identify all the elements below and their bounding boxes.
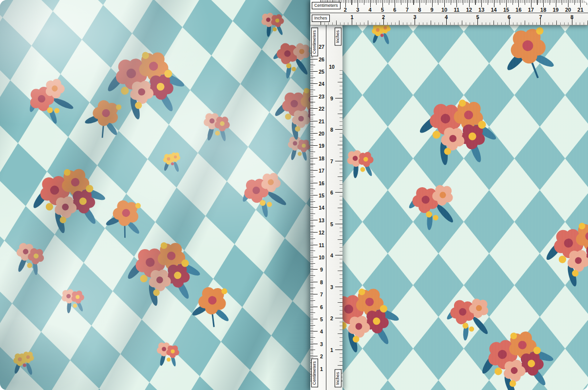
horizontal-inches-label: Inches — [312, 15, 330, 22]
ruler-number: 13 — [478, 7, 484, 13]
horizontal-ruler-divider — [310, 13, 588, 13]
ruler-number: 16 — [515, 7, 521, 13]
vertical-ruler-divider — [326, 0, 326, 390]
vertical-inches-label-top: Inches — [335, 28, 341, 46]
ruler-number: 12 — [319, 230, 324, 235]
ruler-number: 2 — [330, 315, 333, 321]
ruler-number: 7 — [320, 292, 323, 297]
ruler-number: 21 — [319, 118, 324, 124]
horizontal-inch-ticks — [321, 18, 588, 25]
ruler-number: 3 — [330, 284, 333, 290]
ruler-number: 20 — [319, 131, 324, 136]
ruler-number: 14 — [319, 205, 324, 211]
ruler-number: 4 — [445, 14, 448, 20]
ruler-number: 23 — [319, 94, 324, 99]
fabric-draped-section — [0, 0, 312, 390]
ruler-number: 5 — [320, 316, 323, 322]
ruler-number: 9 — [320, 267, 323, 273]
ruler-number: 25 — [319, 69, 324, 75]
ruler-number: 6 — [393, 7, 396, 13]
ruler-number: 27 — [319, 44, 324, 50]
ruler-number: 4 — [320, 329, 323, 334]
ruler-number: 5 — [381, 7, 384, 13]
ruler-number: 2 — [382, 14, 385, 20]
ruler-number: 26 — [319, 57, 324, 62]
ruler-number: 4 — [330, 253, 333, 258]
vertical-cm-label-top: Centimeters — [311, 28, 318, 57]
ruler-number: 17 — [319, 168, 324, 174]
ruler-number: 5 — [476, 14, 479, 20]
fabric-pattern-draped-svg — [0, 0, 312, 390]
ruler-number: 8 — [418, 7, 421, 13]
ruler-number: 1 — [330, 347, 333, 353]
vertical-inch-ticks — [335, 67, 342, 381]
ruler-number: 6 — [508, 14, 511, 20]
ruler-number: 7 — [539, 14, 542, 20]
ruler-number: 18 — [540, 7, 546, 13]
ruler-number: 18 — [319, 156, 324, 161]
ruler-number: 7 — [406, 7, 409, 13]
ruler-number: 11 — [319, 242, 324, 248]
ruler-number: 3 — [356, 7, 359, 13]
ruler-number: 7 — [330, 158, 333, 164]
ruler-number: 3 — [413, 14, 416, 20]
vertical-cm-label-bottom: Centimeters — [311, 359, 318, 388]
vertical-cm-ticks — [310, 47, 318, 381]
ruler-number: 24 — [319, 81, 324, 87]
ruler-number: 21 — [577, 7, 583, 13]
fabric-pattern-flat-svg — [312, 0, 588, 390]
ruler-number: 8 — [330, 127, 333, 133]
ruler-number: 11 — [454, 7, 460, 13]
horizontal-cm-ticks — [321, 0, 588, 7]
ruler-number: 2 — [344, 7, 347, 13]
ruler-number: 17 — [528, 7, 534, 13]
fabric-flat-section — [312, 0, 588, 390]
ruler-number: 16 — [319, 180, 324, 186]
ruler-number: 9 — [330, 96, 333, 101]
ruler-number: 10 — [319, 254, 324, 260]
horizontal-ruler: Centimeters Inches 234567891011121314151… — [310, 0, 588, 25]
ruler-number: 14 — [491, 7, 496, 13]
ruler-number: 4 — [369, 7, 372, 13]
ruler-number: 5 — [330, 221, 333, 227]
ruler-number: 15 — [503, 7, 509, 13]
ruler-number: 13 — [319, 217, 324, 223]
ruler-number: 20 — [565, 7, 571, 13]
ruler-number: 6 — [320, 304, 323, 310]
ruler-number: 10 — [329, 64, 335, 70]
ruler-number: 3 — [320, 341, 323, 347]
vertical-ruler: Centimeters Inches Centimeters Inches 12… — [310, 0, 342, 390]
ruler-number: 19 — [319, 143, 324, 149]
ruler-number: 1 — [320, 366, 323, 372]
ruler-number: 8 — [320, 279, 323, 285]
ruler-number: 9 — [431, 7, 434, 13]
ruler-number: 8 — [570, 14, 573, 20]
ruler-number: 10 — [441, 7, 447, 13]
horizontal-cm-label: Centimeters — [312, 2, 341, 9]
ruler-number: 2 — [320, 353, 323, 359]
ruler-number: 19 — [552, 7, 558, 13]
vertical-inches-label-bottom: Inches — [335, 370, 341, 388]
fabric-product-photo: Centimeters Inches Centimeters Inches 12… — [0, 0, 588, 390]
ruler-number: 22 — [319, 106, 324, 112]
ruler-number: 12 — [466, 7, 472, 13]
ruler-number: 6 — [330, 190, 333, 195]
ruler-number: 1 — [350, 14, 353, 20]
ruler-number: 15 — [319, 193, 324, 198]
